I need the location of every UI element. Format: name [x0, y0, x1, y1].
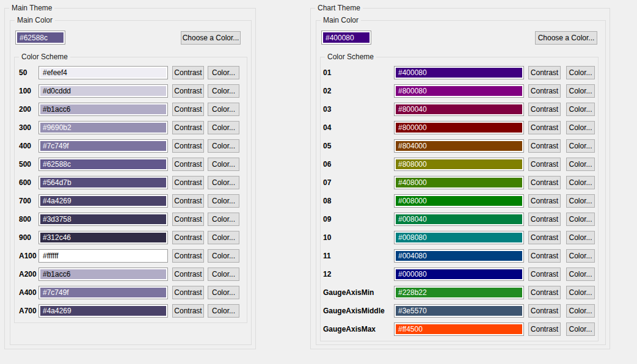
contrast-button[interactable]: Contrast	[528, 286, 561, 299]
contrast-button[interactable]: Contrast	[528, 66, 561, 79]
color-button[interactable]: Color...	[208, 304, 239, 318]
color-button[interactable]: Color...	[566, 213, 595, 226]
contrast-button[interactable]: Contrast	[528, 322, 561, 336]
contrast-button[interactable]: Contrast	[172, 66, 204, 79]
color-button[interactable]: Color...	[208, 249, 239, 263]
contrast-button[interactable]: Contrast	[172, 231, 204, 244]
choose-color-button[interactable]: Choose a Color...	[535, 31, 597, 45]
color-button[interactable]: Color...	[208, 286, 239, 299]
color-value-field[interactable]: #9690b2	[38, 121, 168, 134]
color-value-field[interactable]: #004080	[394, 249, 524, 263]
contrast-button[interactable]: Contrast	[528, 213, 561, 226]
color-hex-value: #004080	[398, 252, 427, 260]
contrast-button[interactable]: Contrast	[528, 121, 561, 134]
color-value-field[interactable]: #7c749f	[38, 286, 168, 299]
color-value-field[interactable]: #ffffff	[38, 249, 168, 263]
color-value-field[interactable]: #008080	[394, 231, 524, 244]
contrast-button[interactable]: Contrast	[528, 139, 561, 153]
color-button[interactable]: Color...	[566, 158, 595, 171]
color-value-field[interactable]: #564d7b	[38, 176, 168, 189]
choose-color-button[interactable]: Choose a Color...	[181, 31, 241, 45]
color-value-field[interactable]: #000080	[394, 268, 524, 281]
contrast-button[interactable]: Contrast	[528, 304, 561, 318]
color-value-field[interactable]: #ff4500	[394, 322, 524, 336]
color-value-field[interactable]: #efeef4	[38, 66, 168, 79]
color-value-field[interactable]: #800000	[394, 121, 524, 134]
color-button[interactable]: Color...	[566, 139, 595, 153]
main-color-swatch[interactable]: #400080	[321, 31, 371, 45]
color-value-field[interactable]: #008040	[394, 213, 524, 226]
scheme-row: 600#564d7bContrastColor...	[15, 176, 247, 189]
color-value-field[interactable]: #4a4269	[38, 304, 168, 318]
contrast-button[interactable]: Contrast	[172, 176, 204, 189]
contrast-button[interactable]: Contrast	[528, 176, 561, 189]
color-button[interactable]: Color...	[208, 121, 239, 134]
color-button[interactable]: Color...	[566, 121, 595, 134]
color-value-field[interactable]: #008000	[394, 194, 524, 208]
color-value-field[interactable]: #800080	[394, 84, 524, 98]
color-button[interactable]: Color...	[208, 231, 239, 244]
color-button[interactable]: Color...	[208, 176, 239, 189]
contrast-button[interactable]: Contrast	[172, 139, 204, 153]
color-value-field[interactable]: #b1acc6	[38, 268, 168, 281]
color-button[interactable]: Color...	[208, 66, 239, 79]
contrast-button[interactable]: Contrast	[528, 231, 561, 244]
color-value-field[interactable]: #3e5570	[394, 304, 524, 318]
color-button[interactable]: Color...	[208, 268, 239, 281]
contrast-button[interactable]: Contrast	[172, 249, 204, 263]
color-button[interactable]: Color...	[208, 194, 239, 208]
contrast-button[interactable]: Contrast	[528, 103, 561, 116]
main-color-swatch-fill: #400080	[323, 32, 369, 43]
main-color-swatch[interactable]: #62588c	[15, 31, 65, 45]
color-button[interactable]: Color...	[208, 84, 239, 98]
color-value-field[interactable]: #3d3758	[38, 213, 168, 226]
color-button[interactable]: Color...	[566, 268, 595, 281]
color-value-field[interactable]: #d0cddd	[38, 84, 168, 98]
contrast-button[interactable]: Contrast	[172, 194, 204, 208]
color-button[interactable]: Color...	[566, 231, 595, 244]
color-button[interactable]: Color...	[208, 103, 239, 116]
color-value-field[interactable]: #4a4269	[38, 194, 168, 208]
contrast-button[interactable]: Contrast	[528, 194, 561, 208]
contrast-button[interactable]: Contrast	[528, 84, 561, 98]
color-button[interactable]: Color...	[208, 139, 239, 153]
color-button[interactable]: Color...	[566, 304, 595, 318]
contrast-button[interactable]: Contrast	[172, 84, 204, 98]
color-value-fill: #400080	[396, 68, 522, 78]
color-button[interactable]: Color...	[566, 194, 595, 208]
contrast-button[interactable]: Contrast	[172, 103, 204, 116]
color-value-field[interactable]: #808000	[394, 158, 524, 171]
color-value-field[interactable]: #408000	[394, 176, 524, 189]
color-button[interactable]: Color...	[208, 213, 239, 226]
contrast-button[interactable]: Contrast	[172, 213, 204, 226]
color-button[interactable]: Color...	[566, 176, 595, 189]
color-button[interactable]: Color...	[566, 286, 595, 299]
color-button[interactable]: Color...	[566, 66, 595, 79]
color-value-field[interactable]: #62588c	[38, 158, 168, 171]
scheme-row-label: A400	[19, 286, 38, 299]
color-scheme-rows: 01#400080ContrastColor...02#800080Contra…	[321, 57, 598, 336]
contrast-button[interactable]: Contrast	[528, 268, 561, 281]
contrast-button[interactable]: Contrast	[172, 268, 204, 281]
color-value-field[interactable]: #7c749f	[38, 139, 168, 153]
color-button[interactable]: Color...	[566, 103, 595, 116]
color-button[interactable]: Color...	[566, 84, 595, 98]
color-button[interactable]: Color...	[208, 158, 239, 171]
color-value-field[interactable]: #312c46	[38, 231, 168, 244]
contrast-button[interactable]: Contrast	[528, 158, 561, 171]
color-value-field[interactable]: #b1acc6	[38, 103, 168, 116]
contrast-button[interactable]: Contrast	[172, 304, 204, 318]
contrast-button[interactable]: Contrast	[172, 158, 204, 171]
color-value-field[interactable]: #400080	[394, 66, 524, 79]
color-button[interactable]: Color...	[566, 322, 595, 336]
color-button[interactable]: Color...	[566, 249, 595, 263]
contrast-button[interactable]: Contrast	[172, 121, 204, 134]
scheme-row-label: A100	[19, 249, 38, 263]
color-value-fill: #008040	[396, 214, 522, 224]
contrast-button[interactable]: Contrast	[528, 249, 561, 263]
contrast-button[interactable]: Contrast	[172, 286, 204, 299]
color-value-field[interactable]: #804000	[394, 139, 524, 153]
color-value-field[interactable]: #228b22	[394, 286, 524, 299]
main-color-hex-value: #400080	[326, 34, 354, 42]
color-value-field[interactable]: #800040	[394, 103, 524, 116]
